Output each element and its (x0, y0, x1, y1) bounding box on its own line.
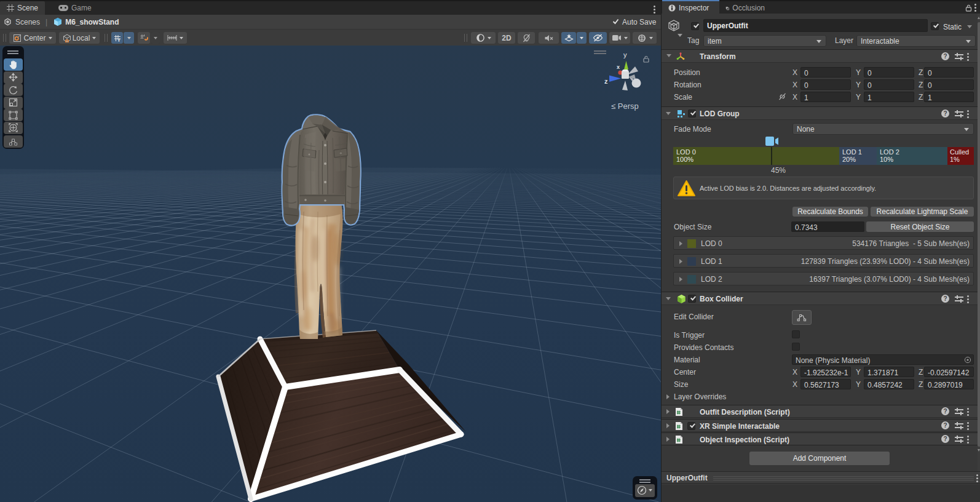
svg-text:≤ Persp: ≤ Persp (611, 102, 639, 111)
svg-text:x: x (617, 64, 620, 70)
svg-text:z: z (604, 78, 608, 85)
svg-text:y: y (623, 51, 627, 58)
svg-text:Y: Y (117, 38, 121, 42)
